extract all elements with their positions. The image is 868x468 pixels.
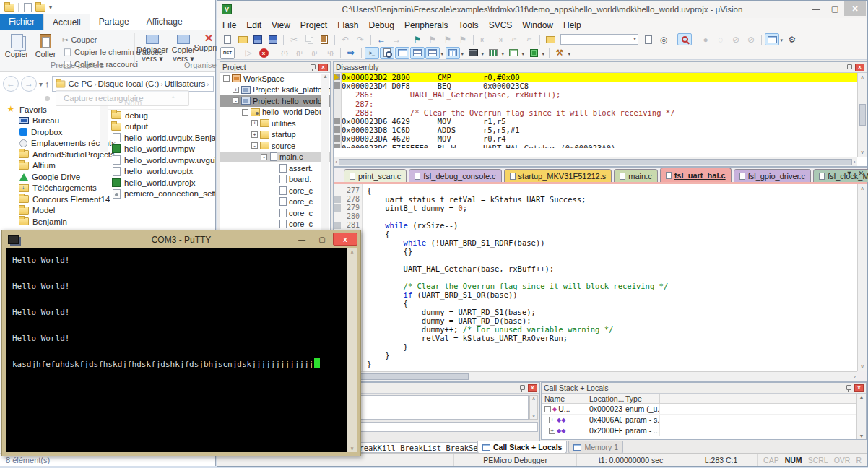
show-next-statement-icon[interactable]: ⇨ (344, 47, 358, 59)
watch-window-icon[interactable] (425, 47, 440, 59)
breadcrumb-segment[interactable]: Ce PC (69, 79, 93, 88)
serial-window-icon[interactable] (466, 47, 480, 59)
menu-help[interactable]: Help (558, 20, 586, 30)
file-row[interactable]: debug (108, 110, 215, 121)
file-row[interactable]: output (108, 121, 215, 133)
putty-title-bar[interactable]: COM3 - PuTTY — ▢ x (2, 230, 360, 248)
disassembly-window-toggle-icon[interactable] (380, 47, 394, 59)
expand-icon[interactable]: + (549, 428, 555, 434)
menu-flash[interactable]: Flash (332, 20, 363, 30)
step-into-icon[interactable]: {+} (277, 47, 292, 59)
panel-close-icon[interactable]: x (318, 64, 328, 72)
redo-icon[interactable]: ↷ (353, 33, 368, 46)
callstack-scrollbar[interactable]: ▲▼ (856, 394, 866, 439)
menu-project[interactable]: Project (295, 20, 332, 30)
comment-selection-icon[interactable]: /≡ (507, 33, 521, 46)
paste-button[interactable]: Coller (32, 32, 59, 64)
menu-tools[interactable]: Tools (453, 20, 484, 30)
menu-svcs[interactable]: SVCS (484, 20, 518, 30)
memory-window-icon[interactable] (446, 47, 460, 59)
tree-item-core-c[interactable]: core_c (220, 185, 330, 196)
insert-breakpoint-icon[interactable]: ● (698, 33, 713, 46)
find-icon[interactable] (677, 33, 692, 46)
menu-view[interactable]: View (266, 20, 295, 30)
expand-icon[interactable]: + (251, 131, 258, 138)
tree-item-project-ksdk-platform[interactable]: +Project: ksdk_platform (220, 84, 330, 96)
up-button[interactable]: ↑ (45, 79, 50, 90)
collapse-icon[interactable]: - (251, 142, 258, 149)
expand-icon[interactable]: + (549, 417, 555, 423)
column-header-location[interactable]: Location... (586, 394, 622, 403)
bookmark-prev-icon[interactable]: ⚑ (425, 33, 440, 46)
symbols-window-toggle-icon[interactable] (395, 47, 409, 59)
callstack-column-headers[interactable]: NameLocation...Type (542, 394, 866, 404)
editor-tab-main-c[interactable]: main.c (614, 169, 657, 182)
copy-icon[interactable] (302, 33, 316, 46)
pin-icon[interactable] (518, 385, 525, 391)
sidebar-item-concours-element14[interactable]: Concours Element14 (0, 194, 108, 205)
menu-debug[interactable]: Debug (364, 20, 399, 30)
bottom-tab-memory-1[interactable]: Memory 1 (568, 441, 623, 454)
sidebar-item-altium[interactable]: Altium (0, 160, 108, 172)
tree-item-main-c[interactable]: -main.c (220, 152, 330, 163)
undo-icon[interactable]: ↶ (338, 33, 352, 46)
forward-button[interactable]: → (21, 76, 37, 92)
navigate-forward-icon[interactable]: → (389, 33, 404, 46)
collapse-icon[interactable]: - (242, 109, 248, 116)
properties-icon[interactable] (24, 3, 32, 12)
configure-icon[interactable]: ⚙ (785, 33, 799, 46)
callstack-row[interactable]: -◆U...0x000023...enum (_u... (542, 404, 856, 415)
tree-item-project-hello-world[interactable]: -Project: hello_world (220, 95, 330, 107)
tree-item-core-c[interactable]: core_c (220, 207, 330, 219)
command-vscrollbar[interactable]: ∧∨ (529, 395, 538, 420)
step-over-icon[interactable]: {}+ (292, 47, 307, 59)
stop-icon[interactable]: x (256, 47, 271, 59)
bookmark-next-icon[interactable]: ⚑ (440, 33, 455, 46)
address-bar[interactable]: Ce PC›Disque local (C:)›Utilisateurs› (52, 76, 214, 92)
new-file-icon[interactable] (220, 33, 235, 46)
new-folder-icon[interactable] (35, 4, 45, 12)
bottom-tab-call-stack-locals[interactable]: Call Stack + Locals (477, 441, 567, 454)
tree-item-assert-[interactable]: assert. (220, 162, 330, 174)
editor-vscrollbar[interactable]: ∧∨ (857, 184, 867, 371)
disassembly-hscrollbar[interactable]: ‹› (334, 157, 857, 166)
tree-item-board-[interactable]: board. (220, 174, 330, 186)
command-output[interactable] (335, 395, 529, 420)
column-header-type[interactable]: Type (622, 394, 660, 403)
run-to-cursor-icon[interactable]: +{} (323, 47, 337, 59)
minimize-button[interactable]: — (292, 233, 311, 246)
disassembly-content[interactable]: 0x000023D2 2800 CMP r0,#0x000x000023D4 D… (334, 73, 857, 148)
sidebar-item-emplacements-r-cents[interactable]: Emplacements récents (0, 138, 108, 150)
window-view-icon[interactable] (765, 33, 779, 46)
search-combo[interactable] (560, 34, 638, 45)
collapse-icon[interactable]: - (233, 98, 239, 104)
indent-right-icon[interactable]: ⇥ (492, 33, 506, 46)
find-in-files-icon[interactable] (543, 33, 557, 46)
tree-item-core-c[interactable]: core_c (220, 196, 330, 208)
reset-cpu-icon[interactable]: RST (220, 47, 235, 59)
project-panel-header[interactable]: Project x (220, 62, 330, 73)
uvision-title-bar[interactable]: V C:\Users\Benjamin\Freescale\examples\f… (217, 1, 867, 18)
file-row[interactable]: hello_world.uvmpw (108, 144, 215, 155)
breadcrumb-segment[interactable]: Disque local (C:) (97, 79, 159, 88)
expand-icon[interactable]: + (251, 120, 258, 126)
file-row[interactable]: hello_world.uvprojx (108, 177, 215, 188)
editor-tab-startup-mkv31f51212-s[interactable]: startup_MKV31F51212.s (504, 169, 612, 182)
panel-close-icon[interactable]: x (528, 384, 537, 392)
minimize-button[interactable]: — (807, 1, 825, 16)
file-row[interactable]: hello_world.uvoptx (108, 166, 215, 178)
expand-icon[interactable]: + (233, 87, 239, 93)
editor-tab-fsl-uart-hal-c[interactable]: fsl_uart_hal.c (660, 168, 732, 182)
tree-item-utilities[interactable]: +utilities (220, 118, 330, 129)
kill-breakpoints-icon[interactable]: ⊘ (744, 33, 758, 46)
tab-list-dropdown-icon[interactable]: ▼ (846, 170, 853, 177)
callstack-panel-header[interactable]: Call Stack + Locals x (542, 383, 866, 394)
menu-edit[interactable]: Edit (241, 20, 266, 30)
panel-close-icon[interactable]: x (855, 64, 864, 72)
sidebar-item-androidstudioprojects[interactable]: AndroidStudioProjects (0, 149, 108, 160)
editor-tab-fsl-gpio-driver-c[interactable]: fsl_gpio_driver.c (734, 169, 812, 182)
file-row[interactable]: pemicro_connection_settings.ini (108, 188, 215, 200)
trace-window-icon[interactable] (506, 47, 521, 59)
uncomment-selection-icon[interactable]: /≡ (522, 33, 537, 46)
pin-icon[interactable] (845, 385, 851, 391)
